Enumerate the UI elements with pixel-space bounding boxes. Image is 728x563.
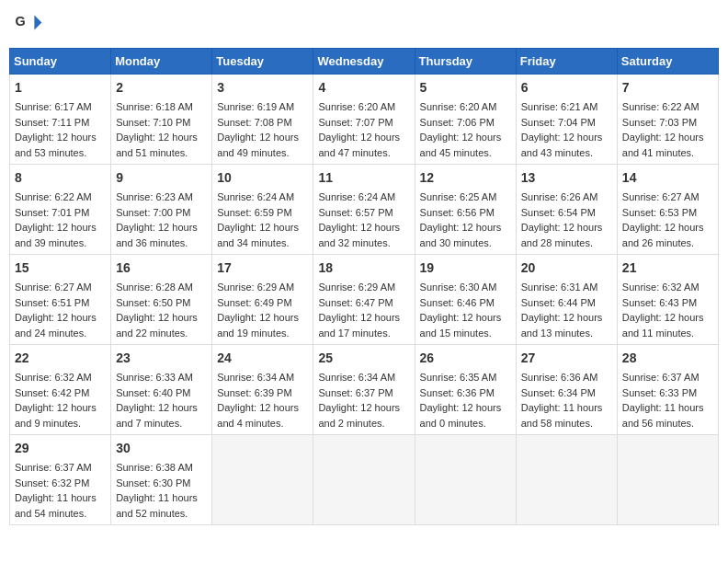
day-number: 27 (521, 349, 612, 368)
day-info-line: and 4 minutes. (217, 416, 308, 431)
day-info-line: Sunrise: 6:20 AM (420, 99, 511, 115)
day-info-line: Sunrise: 6:35 AM (420, 370, 511, 385)
day-info-line: Sunrise: 6:38 AM (116, 460, 207, 476)
day-info-line: Sunrise: 6:26 AM (521, 190, 612, 205)
calendar-day-cell (516, 435, 617, 525)
day-info-line: Daylight: 11 hours (622, 400, 713, 416)
calendar-table: SundayMondayTuesdayWednesdayThursdayFrid… (9, 48, 719, 525)
calendar-day-cell: 16Sunrise: 6:28 AMSunset: 6:50 PMDayligh… (111, 255, 212, 345)
day-info-line: Daylight: 12 hours (420, 400, 511, 416)
day-info-line: and 7 minutes. (116, 416, 207, 431)
day-number: 8 (15, 168, 106, 188)
day-info-line: and 17 minutes. (318, 326, 409, 341)
day-info-line: Daylight: 12 hours (15, 310, 106, 326)
day-info-line: Daylight: 12 hours (116, 310, 207, 326)
day-info-line: Sunset: 6:57 PM (318, 205, 409, 221)
day-number: 17 (217, 259, 308, 278)
day-number: 1 (15, 78, 106, 98)
day-info-line: and 45 minutes. (420, 145, 511, 161)
day-info-line: Sunset: 6:46 PM (420, 295, 511, 311)
day-info-line: and 34 minutes. (217, 236, 308, 251)
calendar-day-cell: 27Sunrise: 6:36 AMSunset: 6:34 PMDayligh… (516, 345, 617, 435)
day-info-line: Daylight: 12 hours (318, 310, 409, 326)
day-info-line: Sunrise: 6:18 AM (116, 99, 207, 115)
day-info-line: and 49 minutes. (217, 145, 308, 161)
day-info-line: and 53 minutes. (15, 145, 106, 161)
day-info-line: Daylight: 11 hours (15, 490, 106, 506)
day-number: 4 (318, 78, 409, 98)
day-info-line: Daylight: 12 hours (217, 400, 308, 416)
day-info-line: Sunrise: 6:28 AM (116, 280, 207, 295)
day-info-line: Sunrise: 6:33 AM (116, 370, 207, 385)
day-info-line: Sunset: 6:43 PM (622, 295, 713, 311)
day-info-line: Daylight: 12 hours (15, 220, 106, 236)
day-info-line: and 30 minutes. (420, 236, 511, 251)
day-info-line: Daylight: 12 hours (521, 220, 612, 236)
day-info-line: and 15 minutes. (420, 326, 511, 341)
day-info-line: Daylight: 12 hours (217, 220, 308, 236)
day-info-line: and 28 minutes. (521, 236, 612, 251)
calendar-day-cell: 4Sunrise: 6:20 AMSunset: 7:07 PMDaylight… (313, 75, 415, 165)
day-info-line: Daylight: 12 hours (622, 220, 713, 236)
day-info-line: Daylight: 12 hours (116, 400, 207, 416)
day-number: 19 (420, 259, 511, 278)
day-info-line: and 19 minutes. (217, 326, 308, 341)
day-info-line: Sunrise: 6:30 AM (420, 280, 511, 295)
day-info-line: Sunrise: 6:27 AM (622, 190, 713, 205)
weekday-header: Sunday (10, 49, 111, 75)
logo: G (14, 9, 47, 39)
weekday-header: Tuesday (212, 49, 313, 75)
day-info-line: and 51 minutes. (116, 145, 207, 161)
calendar-day-cell: 12Sunrise: 6:25 AMSunset: 6:56 PMDayligh… (415, 165, 516, 255)
day-info-line: Sunrise: 6:20 AM (318, 99, 409, 115)
day-info-line: Daylight: 12 hours (217, 310, 308, 326)
day-info-line: Sunset: 7:03 PM (622, 115, 713, 131)
day-info-line: Sunset: 6:53 PM (622, 205, 713, 221)
day-info-line: and 56 minutes. (622, 416, 713, 431)
calendar-day-cell: 2Sunrise: 6:18 AMSunset: 7:10 PMDaylight… (111, 75, 212, 165)
weekday-header: Monday (111, 49, 212, 75)
calendar-day-cell: 6Sunrise: 6:21 AMSunset: 7:04 PMDaylight… (516, 75, 617, 165)
calendar-day-cell: 8Sunrise: 6:22 AMSunset: 7:01 PMDaylight… (10, 165, 111, 255)
day-info-line: Daylight: 12 hours (15, 400, 106, 416)
page-header: G (9, 9, 719, 39)
calendar-day-cell: 7Sunrise: 6:22 AMSunset: 7:03 PMDaylight… (617, 75, 718, 165)
calendar-week-row: 8Sunrise: 6:22 AMSunset: 7:01 PMDaylight… (10, 165, 719, 255)
day-info-line: Sunrise: 6:36 AM (521, 370, 612, 385)
day-info-line: Sunset: 6:42 PM (15, 385, 106, 401)
day-info-line: Daylight: 12 hours (217, 130, 308, 145)
calendar-day-cell: 3Sunrise: 6:19 AMSunset: 7:08 PMDaylight… (212, 75, 313, 165)
day-info-line: Daylight: 12 hours (420, 310, 511, 326)
day-info-line: Daylight: 12 hours (622, 310, 713, 326)
calendar-day-cell (313, 435, 415, 525)
day-number: 28 (622, 349, 713, 368)
calendar-day-cell (415, 435, 516, 525)
calendar-week-row: 1Sunrise: 6:17 AMSunset: 7:11 PMDaylight… (10, 75, 719, 165)
calendar-day-cell: 1Sunrise: 6:17 AMSunset: 7:11 PMDaylight… (10, 75, 111, 165)
day-info-line: and 26 minutes. (622, 236, 713, 251)
day-number: 13 (521, 168, 612, 188)
calendar-day-cell: 26Sunrise: 6:35 AMSunset: 6:36 PMDayligh… (415, 345, 516, 435)
day-info-line: Sunrise: 6:19 AM (217, 99, 308, 115)
weekday-header: Wednesday (313, 49, 415, 75)
day-number: 21 (622, 259, 713, 278)
day-info-line: Sunrise: 6:27 AM (15, 280, 106, 295)
calendar-day-cell: 15Sunrise: 6:27 AMSunset: 6:51 PMDayligh… (10, 255, 111, 345)
day-number: 26 (420, 349, 511, 368)
calendar-day-cell (617, 435, 718, 525)
day-info-line: Sunrise: 6:34 AM (217, 370, 308, 385)
day-info-line: Sunrise: 6:29 AM (318, 280, 409, 295)
calendar-day-cell: 9Sunrise: 6:23 AMSunset: 7:00 PMDaylight… (111, 165, 212, 255)
day-info-line: Sunset: 6:36 PM (420, 385, 511, 401)
day-number: 11 (318, 168, 409, 188)
day-info-line: Sunrise: 6:22 AM (622, 99, 713, 115)
day-info-line: and 36 minutes. (116, 236, 207, 251)
day-info-line: Sunset: 7:07 PM (318, 115, 409, 131)
day-number: 14 (622, 168, 713, 188)
day-number: 30 (116, 439, 207, 458)
day-number: 25 (318, 349, 409, 368)
day-info-line: and 32 minutes. (318, 236, 409, 251)
day-info-line: and 22 minutes. (116, 326, 207, 341)
day-info-line: Daylight: 12 hours (521, 310, 612, 326)
day-info-line: Sunset: 7:06 PM (420, 115, 511, 131)
